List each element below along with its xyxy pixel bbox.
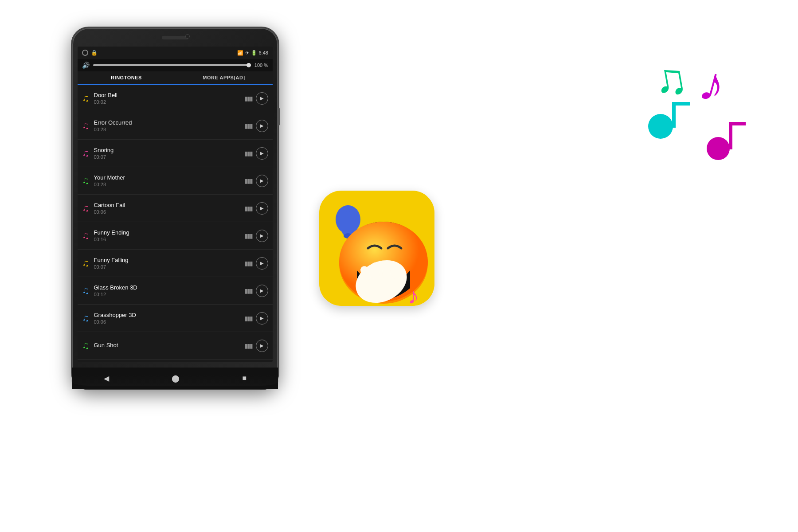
tab-ringtones[interactable]: RINGTONES: [78, 71, 175, 85]
play-button[interactable]: ▶: [256, 285, 268, 297]
lock-icon: 🔒: [91, 50, 98, 56]
play-button[interactable]: ▶: [256, 257, 268, 270]
ringtone-item[interactable]: ♫Error Occurred00:28▮▮▮▶: [78, 112, 273, 140]
ringtone-item[interactable]: ♫Snoring00:07▮▮▮▶: [78, 140, 273, 167]
volume-thumb: [246, 63, 251, 67]
ringtone-duration: 00:28: [94, 182, 245, 187]
ringtone-duration: 00:28: [94, 127, 245, 132]
play-button[interactable]: ▶: [256, 202, 268, 215]
bars-icon[interactable]: ▮▮▮: [244, 150, 252, 157]
ringtone-item[interactable]: ♫Funny Falling00:07▮▮▮▶: [78, 250, 273, 277]
battery-icon: 🔋: [251, 50, 257, 56]
bars-icon[interactable]: ▮▮▮: [244, 315, 252, 322]
volume-icon: 🔊: [82, 62, 90, 69]
bars-icon[interactable]: ▮▮▮: [244, 342, 252, 349]
ringtone-info: Funny Falling00:07: [94, 257, 245, 270]
note-purple-flag: [729, 122, 746, 125]
ringtone-duration: 00:12: [94, 292, 245, 297]
ringtone-info: Grasshopper 3D00:06: [94, 312, 245, 325]
play-button[interactable]: ▶: [256, 92, 268, 105]
ringtone-item[interactable]: ♫Grasshopper 3D00:06▮▮▮▶: [78, 305, 273, 332]
ringtone-name: Glass Broken 3D: [94, 284, 245, 291]
ringtone-name: Funny Falling: [94, 257, 245, 263]
ringtone-name: Your Mother: [94, 174, 245, 181]
ringtone-info: Glass Broken 3D00:12: [94, 284, 245, 297]
ringtone-item[interactable]: ♫Gun Shot▮▮▮▶: [78, 332, 273, 360]
ringtone-item[interactable]: ♫Funny Ending00:16▮▮▮▶: [78, 222, 273, 250]
status-right: 📶 ✈ 🔋 6:48: [237, 50, 268, 56]
ringtone-controls: ▮▮▮▶: [244, 202, 268, 215]
ringtone-list: ♫Door Bell00:02▮▮▮▶♫Error Occurred00:28▮…: [78, 85, 273, 360]
ringtone-controls: ▮▮▮▶: [244, 230, 268, 242]
ringtone-duration: 00:06: [94, 209, 245, 215]
ringtone-info: Snoring00:07: [94, 147, 245, 160]
ringtone-item[interactable]: ♫Cartoon Fail00:06▮▮▮▶: [78, 195, 273, 222]
signal-icon: 📶: [237, 50, 243, 56]
ringtone-controls: ▮▮▮▶: [244, 312, 268, 325]
ringtone-controls: ▮▮▮▶: [244, 120, 268, 132]
ringtone-controls: ▮▮▮▶: [244, 340, 268, 352]
play-button[interactable]: ▶: [256, 312, 268, 325]
ringtone-duration: 00:16: [94, 237, 245, 242]
status-left: 🔒: [82, 50, 98, 56]
bars-icon[interactable]: ▮▮▮: [244, 205, 252, 212]
app-icon: ♪: [319, 191, 434, 306]
volume-track[interactable]: [93, 64, 251, 66]
play-button[interactable]: ▶: [256, 147, 268, 160]
bell-top: [346, 206, 350, 213]
note-green: ♫: [649, 52, 691, 106]
ringtone-name: Grasshopper 3D: [94, 312, 245, 318]
ringtone-item[interactable]: ♫Glass Broken 3D00:12▮▮▮▶: [78, 277, 273, 305]
ringtone-controls: ▮▮▮▶: [244, 92, 268, 105]
ringtone-item[interactable]: ♫Door Bell00:02▮▮▮▶: [78, 85, 273, 112]
ringtone-duration: 00:02: [94, 99, 245, 105]
ringtone-name: Cartoon Fail: [94, 202, 245, 208]
music-note-icon: ♫: [82, 230, 90, 242]
ringtone-info: Door Bell00:02: [94, 92, 245, 105]
bars-icon[interactable]: ▮▮▮: [244, 260, 252, 267]
bars-icon[interactable]: ▮▮▮: [244, 95, 252, 102]
music-note-icon: ♫: [82, 148, 90, 159]
airplane-icon: ✈: [245, 50, 249, 56]
ringtone-info: Cartoon Fail00:06: [94, 202, 245, 215]
ringtone-duration: 00:07: [94, 264, 245, 270]
play-button[interactable]: ▶: [256, 120, 268, 132]
music-note-icon: ♫: [82, 175, 90, 187]
ringtone-controls: ▮▮▮▶: [244, 175, 268, 187]
note-purple-circle: [707, 137, 730, 160]
note-cyan-flag: [672, 102, 690, 106]
ringtone-name: Error Occurred: [94, 119, 245, 126]
music-notes-svg: ♫ ♪: [612, 44, 754, 177]
phone-camera: [185, 34, 190, 39]
music-note-icon: ♫: [82, 120, 90, 132]
app-tabs: RINGTONES MORE APPS[AD]: [78, 71, 273, 85]
ringtone-info: Funny Ending00:16: [94, 229, 245, 242]
music-note-icon: ♫: [82, 313, 90, 324]
play-button[interactable]: ▶: [256, 175, 268, 187]
phone-screen: 🔒 📶 ✈ 🔋 6:48 🔊 100 %: [78, 47, 273, 362]
volume-percent: 100 %: [254, 63, 268, 68]
ringtone-info: Error Occurred00:28: [94, 119, 245, 132]
note-cyan-stem: [672, 102, 676, 128]
app-icon-svg: ♪: [319, 191, 434, 306]
ringtone-name: Gun Shot: [94, 342, 245, 348]
bars-icon[interactable]: ▮▮▮: [244, 232, 252, 239]
app-icon-background: ♪: [319, 191, 434, 306]
status-time: 6:48: [259, 50, 268, 55]
bars-icon[interactable]: ▮▮▮: [244, 122, 252, 129]
bars-icon[interactable]: ▮▮▮: [244, 287, 252, 294]
music-note-icon: ♫: [82, 93, 90, 104]
volume-bar[interactable]: 🔊 100 %: [78, 59, 273, 71]
ringtone-item[interactable]: ♫Your Mother00:28▮▮▮▶: [78, 167, 273, 195]
ringtone-duration: 00:07: [94, 154, 245, 160]
phone-speaker: [162, 36, 188, 39]
play-button[interactable]: ▶: [256, 340, 268, 352]
music-note-icon: ♫: [82, 340, 90, 352]
decorative-music-notes: ♫ ♪: [612, 44, 754, 177]
app-icon-note: ♪: [408, 284, 419, 306]
music-note-icon: ♫: [82, 258, 90, 269]
bars-icon[interactable]: ▮▮▮: [244, 177, 252, 184]
tab-more-apps[interactable]: MORE APPS[AD]: [175, 71, 273, 84]
play-button[interactable]: ▶: [256, 230, 268, 242]
ringtone-info: Your Mother00:28: [94, 174, 245, 187]
